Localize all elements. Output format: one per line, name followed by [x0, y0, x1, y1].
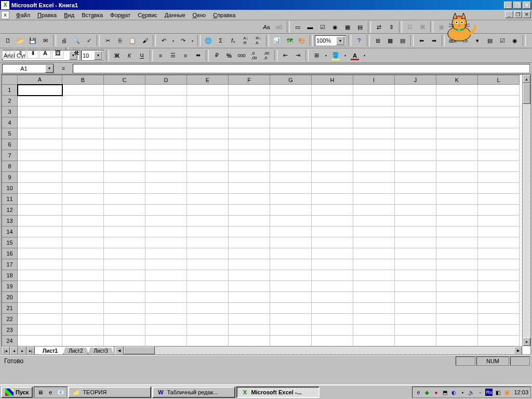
cell[interactable] [104, 336, 145, 347]
cell[interactable] [395, 128, 436, 139]
cell[interactable] [395, 205, 436, 216]
font-color-icon[interactable]: A [349, 50, 361, 61]
check2-icon[interactable]: ☑ [497, 35, 508, 46]
cell[interactable] [62, 270, 104, 281]
cell[interactable] [270, 237, 312, 248]
cell[interactable] [18, 150, 62, 161]
cell[interactable] [353, 150, 395, 161]
cell[interactable] [312, 107, 353, 117]
cell[interactable] [353, 336, 395, 347]
align-right-icon[interactable]: ≡ [180, 50, 191, 61]
cell[interactable] [145, 270, 187, 281]
cell[interactable] [62, 259, 104, 270]
col-header[interactable]: L [478, 75, 520, 85]
cell[interactable] [145, 117, 187, 128]
row-header[interactable]: 16 [2, 248, 18, 259]
cell[interactable] [353, 325, 395, 336]
cell[interactable] [436, 292, 478, 303]
cell[interactable] [395, 216, 436, 227]
font-label-icon[interactable]: Aa [261, 21, 272, 33]
cell[interactable] [270, 281, 312, 292]
cell[interactable] [145, 216, 187, 227]
cell[interactable] [436, 259, 478, 270]
cell[interactable] [353, 85, 395, 96]
row-header[interactable]: 19 [2, 281, 18, 292]
cell[interactable] [395, 314, 436, 325]
group-box-icon[interactable]: ▭ [292, 21, 303, 33]
cell[interactable] [312, 161, 353, 172]
cell[interactable] [187, 270, 229, 281]
row-header[interactable]: 24 [2, 336, 18, 347]
cell[interactable] [145, 128, 187, 139]
hyperlink-icon[interactable]: 🌐 [203, 35, 214, 46]
cell[interactable] [353, 139, 395, 150]
scroll-up-icon[interactable]: ▲ [523, 75, 530, 83]
col-header[interactable]: I [353, 75, 395, 85]
cell[interactable] [18, 216, 62, 227]
cell[interactable] [270, 183, 312, 194]
italic-button[interactable]: К [124, 50, 135, 61]
cell[interactable] [312, 292, 353, 303]
cell[interactable] [436, 183, 478, 194]
font-color-dropdown[interactable]: ▾ [362, 50, 367, 61]
map-icon[interactable]: 🗺 [284, 35, 295, 46]
sort-desc-icon[interactable]: Я↓А [252, 35, 264, 46]
cell[interactable] [436, 117, 478, 128]
cell[interactable] [395, 237, 436, 248]
menu-file[interactable]: Файл [12, 11, 34, 19]
cell[interactable] [395, 85, 436, 96]
cell[interactable] [62, 205, 104, 216]
cell[interactable] [187, 85, 229, 96]
cell[interactable] [187, 336, 229, 347]
col-header[interactable]: J [395, 75, 436, 85]
cell[interactable] [187, 216, 229, 227]
cell[interactable] [353, 194, 395, 205]
cell[interactable] [62, 303, 104, 314]
cell[interactable] [229, 227, 270, 237]
cell[interactable] [312, 216, 353, 227]
row-header[interactable]: 13 [2, 216, 18, 227]
chart-icon[interactable]: 📊 [271, 35, 283, 46]
cell[interactable] [62, 336, 104, 347]
scroll-down-icon[interactable]: ▼ [523, 338, 530, 346]
cell[interactable] [229, 172, 270, 183]
borders-dropdown[interactable]: ▾ [323, 50, 329, 61]
cell[interactable] [187, 117, 229, 128]
pivot-wizard-icon[interactable]: ⊞ [372, 35, 383, 46]
show-pages-icon[interactable]: ▤ [397, 35, 408, 46]
cell[interactable] [62, 172, 104, 183]
cell[interactable] [478, 281, 520, 292]
cell[interactable] [478, 128, 520, 139]
merge-center-icon[interactable]: ⬌ [192, 50, 204, 61]
task-button[interactable]: WТабличный редак... [152, 387, 235, 398]
cell[interactable] [478, 96, 520, 107]
cell[interactable] [478, 259, 520, 270]
image-icon[interactable]: 🖼 [52, 47, 63, 59]
cell[interactable] [62, 227, 104, 237]
cell[interactable] [104, 107, 145, 117]
cell[interactable] [229, 161, 270, 172]
cell[interactable] [187, 205, 229, 216]
cell[interactable] [145, 303, 187, 314]
col-header[interactable]: G [270, 75, 312, 85]
cell[interactable] [104, 128, 145, 139]
tray-icon[interactable]: ▪ [459, 389, 466, 396]
col-header[interactable]: K [436, 75, 478, 85]
cell[interactable] [353, 172, 395, 183]
start-button[interactable]: Пуск [1, 387, 33, 398]
cell[interactable] [478, 161, 520, 172]
cell[interactable] [229, 237, 270, 248]
increase-decimal-icon[interactable]: ,0,00 [248, 50, 260, 61]
row-header[interactable]: 20 [2, 292, 18, 303]
tray-ie-icon[interactable]: e [415, 389, 422, 396]
mail-icon[interactable]: ✉ [39, 35, 51, 46]
row-header[interactable]: 6 [2, 139, 18, 150]
cell[interactable] [229, 314, 270, 325]
cell[interactable] [353, 259, 395, 270]
cell[interactable] [478, 292, 520, 303]
cell[interactable] [145, 139, 187, 150]
menu-insert[interactable]: Вставка [78, 11, 107, 19]
cell[interactable] [436, 325, 478, 336]
scrollbar-icon[interactable]: ⇄ [373, 21, 384, 33]
sheet-tab[interactable]: Лист1 [37, 348, 63, 355]
